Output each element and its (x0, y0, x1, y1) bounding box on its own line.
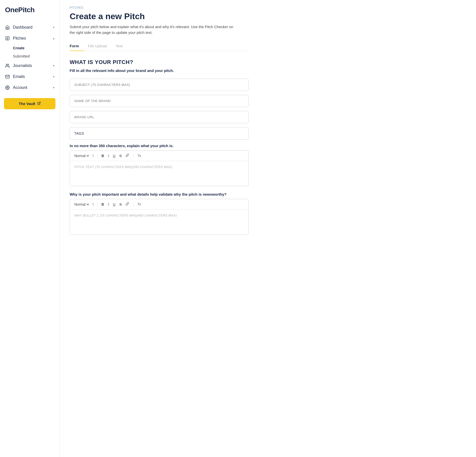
main-content: PITCHES Create a new Pitch Submit your p… (60, 0, 259, 457)
why-underline-button[interactable]: U (112, 202, 116, 207)
people-icon (5, 63, 10, 68)
toolbar-divider-1 (97, 154, 97, 158)
home-icon (5, 25, 10, 30)
logo: OnePitch (0, 6, 59, 22)
why-strikethrough-button[interactable]: S (118, 202, 123, 207)
sidebar-item-create[interactable]: Create (13, 44, 59, 52)
subject-group (70, 79, 249, 91)
sidebar-item-label-emails: Emails (13, 74, 25, 79)
link-button[interactable] (125, 153, 130, 158)
breadcrumb: PITCHES (70, 6, 249, 9)
tab-text[interactable]: Text (116, 41, 128, 51)
document-icon (5, 36, 10, 41)
sidebar-item-label-account: Account (13, 85, 27, 90)
sidebar-item-label-pitches: Pitches (13, 36, 26, 41)
pitches-subnav: Create Submitted (0, 44, 59, 60)
chevron-up-icon: ▴ (53, 37, 54, 40)
sidebar: OnePitch Dashboard ▾ (0, 0, 60, 457)
pitch-text-label: In no more than 350 characters, explain … (70, 144, 249, 148)
chevron-down-icon-journalists: ▾ (53, 64, 54, 67)
subject-input[interactable] (70, 79, 249, 91)
sidebar-item-label-journalists: Journalists (13, 63, 32, 68)
svg-line-6 (39, 102, 40, 104)
page-title: Create a new Pitch (70, 11, 249, 21)
why-text-format-select[interactable]: Normal (73, 202, 90, 207)
clear-format-button[interactable]: Tx (136, 153, 142, 158)
sidebar-item-submitted[interactable]: Submitted (13, 52, 59, 60)
vault-button[interactable]: The Vault (4, 98, 55, 109)
chevron-down-icon: ▾ (53, 26, 54, 29)
strikethrough-button[interactable]: S (118, 153, 123, 158)
brand-name-input[interactable] (70, 95, 249, 107)
why-toolbar-divider-1 (97, 202, 97, 207)
why-editor: Normal ⇅ B I U S Tx WHY BULLET 1 (75 CHA… (70, 199, 249, 235)
why-clear-format-button[interactable]: Tx (136, 202, 142, 207)
tags-input[interactable] (70, 127, 249, 140)
pitch-text-toolbar: Normal ⇅ B I U S Tx (70, 151, 248, 161)
vault-button-label: The Vault (19, 102, 35, 106)
brand-url-input[interactable] (70, 111, 249, 123)
sidebar-item-emails[interactable]: Emails ▾ (0, 71, 59, 82)
sidebar-item-journalists[interactable]: Journalists ▾ (0, 60, 59, 71)
bold-button[interactable]: B (100, 153, 105, 158)
why-toolbar: Normal ⇅ B I U S Tx (70, 199, 248, 210)
text-format-select[interactable]: Normal (73, 154, 90, 158)
logo-text: OnePitch (5, 6, 35, 14)
tabs-container: Form File Upload Text (70, 41, 249, 51)
sidebar-item-pitches[interactable]: Pitches ▴ (0, 33, 59, 44)
form-section-title: WHAT IS YOUR PITCH? (70, 59, 249, 65)
italic-button[interactable]: I (107, 153, 110, 158)
sidebar-item-dashboard[interactable]: Dashboard ▾ (0, 22, 59, 33)
sidebar-item-label-dashboard: Dashboard (13, 25, 32, 30)
form-subtitle: Fill in all the relevant info about your… (70, 68, 249, 73)
tab-file-upload[interactable]: File Upload (88, 41, 112, 51)
envelope-icon (5, 74, 10, 79)
why-body[interactable]: WHY BULLET 1 (75 CHARACTERS MIN)(400 CHA… (70, 210, 248, 234)
chevron-down-icon-emails: ▾ (53, 75, 54, 78)
why-italic-button[interactable]: I (107, 202, 110, 207)
why-bold-button[interactable]: B (100, 202, 105, 207)
page-description: Submit your pitch below and explain what… (70, 24, 239, 35)
svg-point-4 (6, 64, 8, 65)
tab-form[interactable]: Form (70, 41, 84, 51)
sidebar-item-account[interactable]: Account ▾ (0, 82, 59, 93)
pitch-text-editor: Normal ⇅ B I U S Tx PITCH TEXT (75 CHARA… (70, 150, 249, 186)
brand-url-group (70, 111, 249, 123)
external-link-icon (37, 102, 41, 106)
why-toolbar-divider-2 (133, 202, 133, 207)
brand-name-group (70, 95, 249, 107)
tags-group (70, 127, 249, 140)
underline-button[interactable]: U (112, 153, 116, 158)
why-link-button[interactable] (125, 202, 130, 207)
toolbar-divider-2 (133, 154, 133, 158)
gear-icon (5, 85, 10, 90)
pitch-text-body[interactable]: PITCH TEXT (75 CHARACTERS MIN)(350 CHARA… (70, 161, 248, 186)
chevron-down-icon-account: ▾ (53, 86, 54, 89)
why-label: Why is your pitch important and what det… (70, 192, 249, 196)
svg-point-5 (7, 87, 8, 88)
